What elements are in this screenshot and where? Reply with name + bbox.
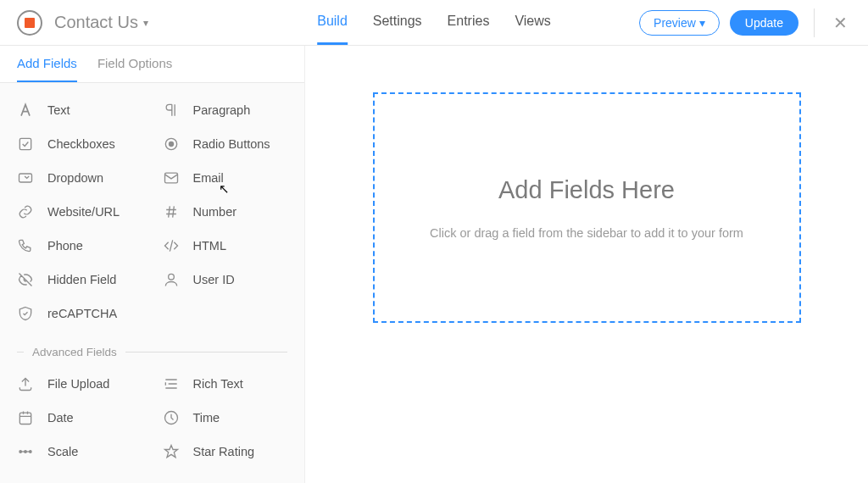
field-label: Star Rating [193, 445, 255, 458]
field-label: Scale [47, 445, 78, 458]
field-item-link[interactable]: Website/URL [7, 195, 153, 229]
form-title-dropdown[interactable]: Contact Us ▾ [54, 13, 148, 32]
field-item-shield[interactable]: reCAPTCHA [7, 297, 153, 330]
field-item-email[interactable]: Email [153, 161, 298, 195]
dropdown-icon [17, 169, 34, 186]
sidebar: Add Fields Field Options TextParagraphCh… [0, 46, 305, 483]
field-item-upload[interactable]: File Upload [7, 367, 153, 401]
nav-tabs: Build Settings Entries Views [317, 0, 551, 45]
chevron-down-icon: ▾ [143, 17, 148, 29]
tab-views[interactable]: Views [515, 0, 550, 45]
field-label: Website/URL [47, 205, 120, 219]
eye-off-icon [17, 271, 34, 288]
field-item-richtext[interactable]: Rich Text [153, 367, 298, 401]
field-item-radio[interactable]: Radio Buttons [153, 127, 298, 161]
checkbox-icon [17, 136, 34, 153]
update-button[interactable]: Update [730, 10, 798, 36]
tab-build[interactable]: Build [317, 0, 348, 45]
sidebar-tab-field-options[interactable]: Field Options [97, 46, 172, 82]
field-label: Text [47, 103, 70, 117]
form-canvas: Add Fields Here Click or drag a field fr… [305, 46, 868, 483]
field-label: Time [193, 411, 220, 425]
field-item-scale[interactable]: Scale [7, 435, 153, 469]
field-label: Dropdown [47, 171, 103, 185]
field-label: HTML [193, 239, 226, 253]
chevron-down-icon: ▾ [699, 16, 705, 30]
field-label: User ID [193, 273, 235, 286]
dropzone-subtitle: Click or drag a field from the sidebar t… [430, 226, 743, 240]
field-item-checkbox[interactable]: Checkboxes [7, 127, 153, 161]
preview-label: Preview [654, 16, 696, 30]
form-title-text: Contact Us [54, 13, 138, 32]
field-item-time[interactable]: Time [153, 401, 298, 435]
tab-entries[interactable]: Entries [448, 0, 490, 45]
preview-button[interactable]: Preview ▾ [639, 10, 720, 36]
dropzone[interactable]: Add Fields Here Click or drag a field fr… [373, 92, 801, 323]
phone-icon [17, 237, 34, 254]
field-label: Email [193, 171, 224, 185]
link-icon [17, 203, 34, 220]
sidebar-tabs: Add Fields Field Options [0, 46, 304, 83]
divider [814, 8, 815, 37]
field-item-dropdown[interactable]: Dropdown [7, 161, 153, 195]
field-item-date[interactable]: Date [7, 401, 153, 435]
sidebar-tab-add-fields[interactable]: Add Fields [17, 46, 77, 82]
field-item-phone[interactable]: Phone [7, 229, 153, 263]
shield-icon [17, 305, 34, 322]
field-label: File Upload [47, 377, 109, 391]
tab-settings[interactable]: Settings [373, 0, 422, 45]
html-icon [163, 237, 180, 254]
upload-icon [17, 375, 34, 392]
paragraph-icon [163, 102, 180, 119]
scale-icon [17, 443, 34, 460]
field-label: Date [47, 411, 74, 425]
field-label: reCAPTCHA [47, 307, 117, 320]
hash-icon [163, 203, 180, 220]
date-icon [17, 409, 34, 426]
radio-icon [163, 136, 180, 153]
field-label: Radio Buttons [193, 137, 270, 151]
fields-panel: TextParagraphCheckboxesRadio ButtonsDrop… [0, 83, 304, 483]
field-item-html[interactable]: HTML [153, 229, 298, 263]
time-icon [163, 409, 180, 426]
user-icon [163, 271, 180, 288]
field-label: Hidden Field [47, 273, 116, 286]
field-item-eye-off[interactable]: Hidden Field [7, 263, 153, 297]
field-label: Phone [47, 239, 83, 253]
dropzone-title: Add Fields Here [498, 176, 675, 204]
field-label: Number [193, 205, 237, 219]
star-icon [163, 443, 180, 460]
app-header: Contact Us ▾ Build Settings Entries View… [0, 0, 868, 46]
field-item-star[interactable]: Star Rating [153, 435, 298, 469]
text-a-icon [17, 102, 34, 119]
field-label: Rich Text [193, 377, 243, 391]
close-icon[interactable]: ✕ [830, 9, 851, 36]
field-label: Checkboxes [47, 137, 115, 151]
section-advanced-header: Advanced Fields [7, 330, 298, 367]
richtext-icon [163, 375, 180, 392]
field-item-user[interactable]: User ID [153, 263, 298, 297]
header-actions: Preview ▾ Update ✕ [639, 8, 851, 37]
field-item-paragraph[interactable]: Paragraph [153, 93, 298, 127]
field-item-text-a[interactable]: Text [7, 93, 153, 127]
field-label: Paragraph [193, 103, 251, 117]
email-icon [163, 169, 180, 186]
field-item-hash[interactable]: Number [153, 195, 298, 229]
logo-icon [17, 10, 42, 36]
